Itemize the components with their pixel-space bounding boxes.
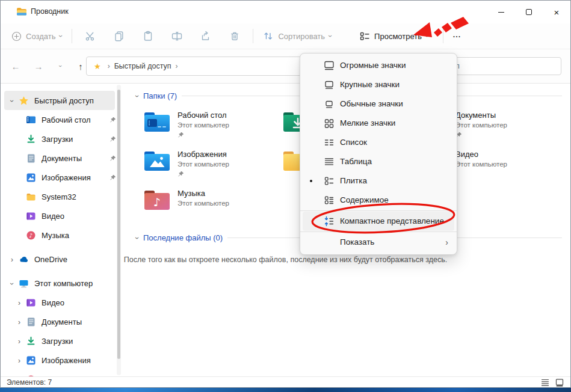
desktop-icon [26, 115, 36, 125]
tile-subtitle: Этот компьютер [177, 199, 229, 208]
sidebar-item-pc-documents[interactable]: › Документы [1, 312, 124, 331]
forward-button[interactable]: → [29, 57, 48, 76]
sidebar-item-this-pc[interactable]: › Этот компьютер [1, 274, 124, 293]
tile-name: Изображения [177, 150, 229, 159]
breadcrumb-quick-access[interactable]: Быстрый доступ [114, 62, 171, 70]
sidebar-item-quick-access[interactable]: › Быстрый доступ [4, 91, 115, 110]
videos-icon [26, 298, 36, 308]
toolbar-separator [253, 29, 253, 43]
sidebar-item-pictures[interactable]: Изображения [1, 168, 124, 187]
share-button[interactable] [191, 26, 220, 46]
paste-button[interactable] [134, 26, 162, 46]
chevron-collapsed-icon[interactable]: › [18, 299, 20, 307]
cut-button[interactable] [76, 26, 105, 46]
pin-icon [110, 117, 116, 123]
tile-desktop[interactable]: Рабочий стол Этот компьютер [143, 111, 282, 150]
details-view-toggle[interactable] [539, 378, 551, 387]
minimize-icon [498, 12, 504, 13]
pin-icon [110, 136, 116, 142]
tile-music[interactable]: ♪ Музыка Этот компьютер [143, 189, 282, 228]
sidebar-item-documents[interactable]: Документы [1, 149, 124, 168]
sidebar-scrollbar[interactable] [117, 85, 121, 375]
back-button[interactable]: ← [6, 57, 25, 76]
maximize-button[interactable] [515, 1, 543, 23]
sidebar-item-label: Загрузки [42, 337, 73, 346]
sidebar-item-downloads[interactable]: Загрузки [1, 129, 124, 149]
close-icon: × [554, 8, 560, 17]
chevron-expanded-icon[interactable]: › [133, 95, 141, 97]
close-button[interactable]: × [543, 1, 570, 23]
chevron-expanded-icon[interactable]: › [8, 100, 16, 102]
recent-locations-button[interactable]: › [51, 57, 70, 76]
pin-icon [110, 155, 116, 162]
pin-icon [177, 132, 184, 138]
menu-item-large-icons[interactable]: Крупные значки [300, 75, 457, 94]
menu-item-list[interactable]: Список [300, 133, 457, 152]
copy-button[interactable] [105, 26, 134, 46]
breadcrumb-chevron-icon: › [108, 62, 110, 70]
music-folder-icon: ♪ [143, 189, 171, 212]
menu-item-medium-icons[interactable]: Обычные значки [300, 94, 457, 114]
menu-item-show[interactable]: Показать › [300, 233, 457, 252]
sidebar-item-desktop[interactable]: Рабочий стол [1, 110, 124, 129]
paste-icon [143, 31, 153, 41]
sidebar-item-music[interactable]: ♪ Музыка [1, 225, 124, 245]
downloads-icon [26, 134, 36, 144]
medium-icons-icon [323, 98, 335, 110]
sidebar-item-system32[interactable]: System32 [1, 187, 124, 206]
sidebar-item-label: Видео [42, 212, 64, 221]
toolbar-separator [443, 29, 443, 43]
chevron-expanded-icon[interactable]: › [8, 283, 16, 285]
menu-item-compact-view[interactable]: Компактное представление [303, 212, 454, 231]
sort-icon [263, 31, 274, 41]
maximize-icon [526, 9, 532, 15]
forward-icon: → [34, 61, 43, 72]
menu-item-small-icons[interactable]: Мелкие значки [300, 114, 457, 133]
sidebar-item-pc-music[interactable]: › ♪ Музыка [1, 370, 124, 376]
computer-icon [19, 278, 29, 289]
sidebar-item-pc-videos[interactable]: › Видео [1, 293, 124, 312]
menu-item-label: Обычные значки [340, 99, 403, 108]
sidebar-item-label: Музыка [42, 231, 69, 240]
menu-item-tiles[interactable]: Плитка [300, 171, 457, 191]
minimize-button[interactable] [487, 1, 515, 23]
chevron-expanded-icon[interactable]: › [133, 237, 141, 239]
address-row: ← → › ↑ ★ › Быстрый доступ › п [1, 49, 570, 84]
more-options-button[interactable]: ••• [447, 26, 468, 46]
tiles-view-icon [323, 175, 335, 187]
sort-button-label: Сортировать [278, 32, 325, 41]
menu-item-details[interactable]: Таблица [300, 152, 457, 171]
selected-bullet-icon [310, 180, 312, 182]
folders-section-label[interactable]: Папки (7) [143, 91, 177, 100]
rename-button[interactable] [162, 26, 191, 46]
chevron-collapsed-icon[interactable]: › [18, 337, 20, 346]
command-toolbar: Создать › [1, 23, 570, 49]
sidebar-item-videos[interactable]: Видео [1, 206, 124, 225]
thumbnails-view-toggle[interactable] [554, 378, 566, 387]
menu-item-label: Мелкие значки [340, 118, 395, 127]
menu-item-content[interactable]: Содержимое [300, 191, 457, 210]
small-icons-icon [323, 117, 335, 129]
delete-button[interactable] [220, 26, 249, 46]
new-button[interactable]: Создать › [5, 26, 68, 46]
tile-name: Видео [455, 150, 507, 159]
breadcrumb-chevron-icon: › [176, 62, 178, 70]
chevron-collapsed-icon[interactable]: › [18, 318, 20, 326]
sort-button[interactable]: Сортировать › [257, 26, 338, 46]
explorer-window: Проводник × Создать › [0, 0, 571, 388]
recent-files-section-label[interactable]: Последние файлы (0) [143, 233, 223, 242]
tile-subtitle: Этот компьютер [177, 160, 229, 169]
menu-item-label: Содержимое [340, 195, 389, 204]
svg-text:♪: ♪ [153, 195, 161, 209]
view-dropdown-menu: Огромные значки Крупные значки Обычные з… [300, 53, 457, 255]
tile-pictures[interactable]: Изображения Этот компьютер [143, 150, 282, 189]
sidebar-item-pc-pictures[interactable]: › Изображения [1, 351, 124, 370]
sidebar-item-pc-downloads[interactable]: › Загрузки [1, 331, 124, 351]
menu-item-huge-icons[interactable]: Огромные значки [300, 56, 457, 75]
sidebar-scrollbar-thumb[interactable] [117, 90, 120, 359]
share-icon [200, 31, 211, 41]
view-button[interactable]: Просмотреть › [353, 26, 434, 46]
ellipsis-icon: ••• [453, 34, 461, 38]
toolbar-separator [72, 29, 72, 43]
chevron-collapsed-icon[interactable]: › [18, 357, 20, 365]
